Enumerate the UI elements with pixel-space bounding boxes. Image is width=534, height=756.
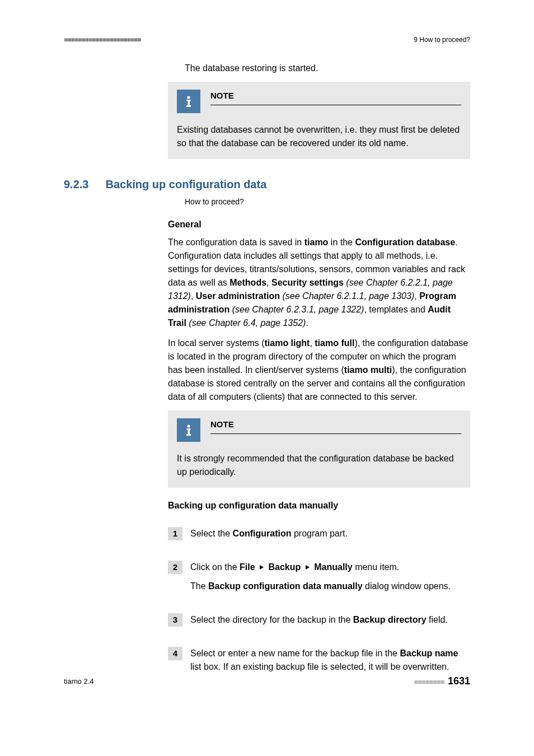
general-block: General The configuration data is saved … — [168, 218, 470, 679]
note-head: NOTE — [177, 418, 461, 442]
t: dialog window opens. — [363, 581, 451, 591]
note-box-overwrite: NOTE Existing databases cannot be overwr… — [168, 82, 470, 159]
tiamo-bold: tiamo — [305, 237, 329, 247]
note-label: NOTE — [210, 90, 461, 105]
backup-name-bold: Backup name — [400, 648, 458, 658]
triangle-icon — [260, 565, 264, 570]
tiamo-light-bold: tiamo light — [264, 338, 310, 348]
t: in the — [328, 237, 355, 247]
note-body: Existing databases cannot be overwritten… — [177, 123, 461, 150]
t: , — [266, 278, 271, 287]
t: . — [306, 318, 308, 328]
file-bold: File — [240, 562, 255, 572]
t: In local server systems ( — [168, 338, 264, 348]
info-icon — [177, 418, 200, 442]
page-header: ■■■■■■■■■■■■■■■■■■■■■■ 9 How to proceed? — [64, 35, 470, 45]
step-number: 3 — [168, 613, 182, 627]
backup-bold: Backup — [269, 562, 301, 572]
methods-bold: Methods — [229, 278, 266, 287]
t: program part. — [291, 529, 347, 538]
user-admin-bold: User administration — [196, 291, 280, 301]
footer-right: ■■■■■■■■1631 — [414, 674, 470, 689]
step-number: 4 — [168, 647, 182, 660]
note-label: NOTE — [210, 418, 461, 434]
page-number: 1631 — [448, 675, 470, 687]
security-settings-bold: Security settings — [271, 278, 344, 287]
page-content: The database restoring is started. NOTE … — [64, 62, 470, 679]
svg-point-4 — [187, 424, 190, 427]
t: The — [190, 581, 208, 591]
info-icon — [177, 90, 200, 113]
t: Select the directory for the backup in t… — [190, 615, 353, 624]
t: Select the — [190, 529, 233, 538]
configuration-bold: Configuration — [233, 529, 292, 538]
section-heading: 9.2.3 Backing up configuration data — [64, 176, 470, 193]
step-number: 2 — [168, 561, 182, 574]
step-body: Click on the File Backup Manually menu i… — [190, 561, 470, 599]
triangle-icon — [306, 565, 310, 570]
manual-heading: Backing up configuration data manually — [168, 499, 470, 512]
t: , templates and — [364, 305, 428, 314]
page-footer: tiamo 2.4 ■■■■■■■■1631 — [64, 674, 470, 689]
restore-started-text: The database restoring is started. — [185, 62, 470, 75]
footer-dots: ■■■■■■■■ — [414, 678, 444, 686]
t: Click on the — [190, 562, 240, 572]
t: field. — [427, 615, 448, 624]
ref-64: (see Chapter 6.4, page 1352) — [186, 318, 306, 328]
note-body: It is strongly recommended that the conf… — [177, 452, 461, 479]
t: menu item. — [353, 562, 400, 572]
section-subtitle: How to proceed? — [185, 196, 470, 208]
svg-rect-7 — [186, 434, 191, 436]
header-dots-left: ■■■■■■■■■■■■■■■■■■■■■■ — [64, 35, 140, 45]
manually-bold: Manually — [314, 562, 352, 572]
step-1: 1 Select the Configuration program part. — [168, 527, 470, 546]
note-head: NOTE — [177, 90, 461, 113]
t: , — [191, 291, 196, 301]
svg-rect-3 — [186, 105, 191, 107]
note-box-backup-recommend: NOTE It is strongly recommended that the… — [168, 410, 470, 488]
step-3: 3 Select the directory for the backup in… — [168, 613, 470, 632]
t: Select or enter a new name for the backu… — [190, 648, 400, 658]
general-heading: General — [168, 218, 470, 231]
t: , — [414, 291, 419, 301]
general-p1: The configuration data is saved in tiamo… — [168, 236, 470, 330]
step-number: 1 — [168, 527, 182, 540]
step-body: Select the directory for the backup in t… — [190, 613, 470, 632]
backup-directory-bold: Backup directory — [353, 615, 427, 624]
ref-621: (see Chapter 6.2.1.1, page 1303) — [280, 291, 414, 301]
dialog-name-bold: Backup configuration data manually — [208, 581, 363, 591]
header-chapter-ref: 9 How to proceed? — [414, 35, 470, 45]
general-p2: In local server systems (tiamo light, ti… — [168, 337, 470, 404]
t: The configuration data is saved in — [168, 237, 305, 247]
section-number: 9.2.3 — [64, 176, 88, 193]
tiamo-full-bold: tiamo full — [315, 338, 354, 348]
step-body: Select the Configuration program part. — [190, 527, 470, 546]
footer-product: tiamo 2.4 — [64, 676, 93, 687]
tiamo-multi-bold: tiamo multi — [344, 365, 392, 375]
config-db-bold: Configuration database — [355, 237, 455, 247]
t: , — [310, 338, 315, 348]
svg-point-0 — [187, 96, 190, 99]
t: list box. If an existing backup file is … — [190, 662, 449, 671]
step-2: 2 Click on the File Backup Manually menu… — [168, 561, 470, 599]
section-title: Backing up configuration data — [105, 176, 266, 193]
ref-623: (see Chapter 6.2.3.1, page 1322) — [229, 305, 364, 314]
